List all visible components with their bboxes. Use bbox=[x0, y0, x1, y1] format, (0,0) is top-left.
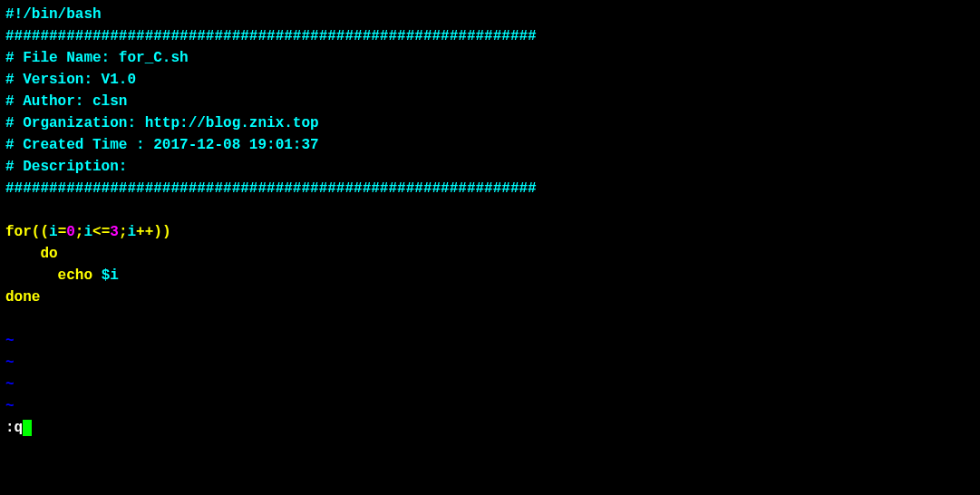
do-line: do bbox=[5, 243, 975, 265]
tilde-line: ~ bbox=[5, 330, 975, 352]
cmd-q: q bbox=[15, 420, 24, 436]
do-keyword: do bbox=[40, 246, 57, 262]
echo-keyword: echo bbox=[58, 267, 92, 284]
hash-border-bottom: ########################################… bbox=[5, 178, 975, 199]
cmd-colon: : bbox=[5, 420, 15, 436]
version-line: # Version: V1.0 bbox=[5, 69, 975, 91]
cursor-block bbox=[23, 420, 32, 436]
echo-indent bbox=[5, 267, 58, 284]
done-line: done bbox=[5, 286, 975, 308]
organization-line: # Organization: http://blog.znix.top bbox=[5, 112, 975, 134]
for-eq: = bbox=[58, 224, 67, 240]
for-lte: <= bbox=[92, 224, 110, 240]
for-keyword: for(( bbox=[5, 224, 49, 240]
for-three: 3 bbox=[110, 224, 119, 240]
shebang-line: #!/bin/bash bbox=[5, 4, 975, 25]
description-line: # Description: bbox=[5, 156, 975, 178]
echo-space bbox=[92, 267, 102, 284]
blank-line bbox=[5, 199, 975, 221]
do-indent bbox=[5, 246, 40, 262]
for-line: for((i=0;i<=3;i++)) bbox=[5, 221, 975, 243]
tilde-line: ~ bbox=[5, 395, 975, 417]
for-semi1: ; bbox=[75, 224, 84, 240]
for-close: )) bbox=[153, 224, 170, 240]
for-inc: ++ bbox=[136, 224, 153, 240]
for-var3: i bbox=[127, 224, 136, 240]
command-line[interactable]: :q bbox=[5, 417, 975, 439]
hash-border-top: ########################################… bbox=[5, 25, 975, 47]
echo-line: echo $i bbox=[5, 265, 975, 286]
tilde-line: ~ bbox=[5, 374, 975, 395]
filename-line: # File Name: for_C.sh bbox=[5, 47, 975, 69]
author-line: # Author: clsn bbox=[5, 91, 975, 112]
for-var2: i bbox=[83, 224, 92, 240]
blank-line-2 bbox=[5, 308, 975, 330]
for-var1: i bbox=[49, 224, 58, 240]
tilde-line: ~ bbox=[5, 352, 975, 374]
echo-var: $i bbox=[102, 267, 119, 284]
created-time-line: # Created Time : 2017-12-08 19:01:37 bbox=[5, 134, 975, 156]
for-zero: 0 bbox=[66, 224, 75, 240]
